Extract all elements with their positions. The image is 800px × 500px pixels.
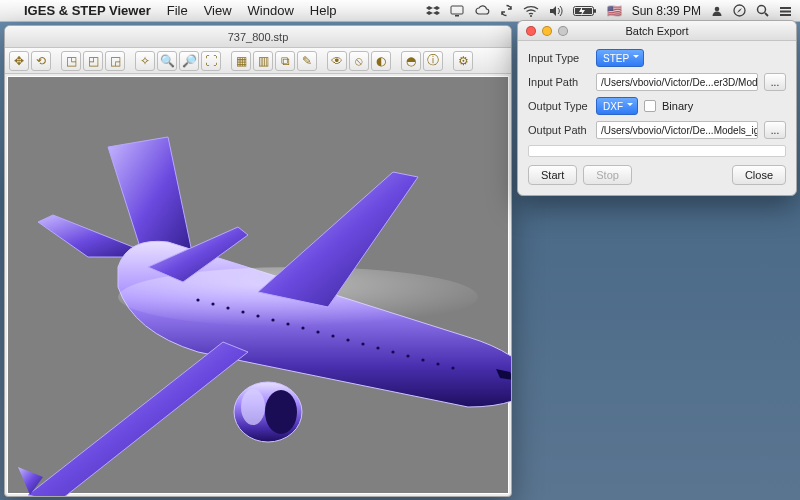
svg-point-18 — [211, 302, 214, 305]
svg-rect-10 — [780, 7, 791, 9]
svg-point-25 — [316, 330, 319, 333]
tool-zoom-window-icon[interactable]: ⛶ — [201, 51, 221, 71]
output-path-field[interactable]: /Users/vbovio/Victor/De...Models_iges_st… — [596, 121, 758, 139]
output-type-select[interactable]: DXF — [596, 97, 638, 115]
model-airplane — [4, 107, 512, 497]
browse-output-button[interactable]: ... — [764, 121, 786, 139]
progress-bar — [528, 145, 786, 157]
svg-rect-1 — [455, 15, 459, 17]
close-button[interactable]: Close — [732, 165, 786, 185]
tool-right-icon[interactable]: ◲ — [105, 51, 125, 71]
output-type-label: Output Type — [528, 100, 590, 112]
svg-point-24 — [301, 326, 304, 329]
svg-point-23 — [286, 322, 289, 325]
svg-point-31 — [406, 354, 409, 357]
tool-palette-icon[interactable]: ◐ — [371, 51, 391, 71]
menu-help[interactable]: Help — [310, 3, 337, 18]
svg-line-9 — [765, 13, 768, 16]
sync-icon[interactable] — [500, 4, 513, 17]
tool-iso-icon[interactable]: ◳ — [61, 51, 81, 71]
svg-rect-0 — [451, 6, 463, 14]
svg-point-33 — [436, 362, 439, 365]
tool-zoom-out-icon[interactable]: 🔎 — [179, 51, 199, 71]
svg-point-26 — [331, 334, 334, 337]
user-icon[interactable] — [711, 5, 723, 17]
battery-icon[interactable] — [573, 5, 597, 17]
spotlight-icon[interactable] — [756, 4, 769, 17]
svg-point-6 — [715, 6, 720, 11]
viewport-3d[interactable] — [7, 76, 509, 494]
wifi-icon[interactable] — [523, 5, 539, 17]
svg-point-30 — [391, 350, 394, 353]
svg-point-2 — [530, 15, 532, 17]
display-icon[interactable] — [450, 5, 464, 17]
menubar-clock[interactable]: Sun 8:39 PM — [632, 4, 701, 18]
app-menu[interactable]: IGES & STEP Viewer — [24, 3, 151, 18]
tool-box-icon[interactable]: ▥ — [253, 51, 273, 71]
viewer-window: 737_800.stp ✥ ⟲ ◳ ◰ ◲ ✧ 🔍 🔎 ⛶ ▦ ▥ ⧉ ✎ 👁 … — [4, 25, 512, 497]
svg-point-27 — [346, 338, 349, 341]
svg-point-32 — [421, 358, 424, 361]
svg-point-19 — [226, 306, 229, 309]
svg-point-28 — [361, 342, 364, 345]
menu-extra-icon[interactable] — [779, 5, 792, 17]
tool-info-icon[interactable]: ⓘ — [423, 51, 443, 71]
menu-file[interactable]: File — [167, 3, 188, 18]
tool-shaded-icon[interactable]: ◓ — [401, 51, 421, 71]
svg-point-16 — [241, 389, 265, 425]
tool-eye-icon[interactable]: 👁 — [327, 51, 347, 71]
svg-rect-4 — [594, 9, 596, 13]
flag-icon[interactable]: 🇺🇸 — [607, 4, 622, 18]
svg-point-17 — [196, 298, 199, 301]
tool-move-icon[interactable]: ✥ — [9, 51, 29, 71]
dropbox-icon[interactable] — [426, 5, 440, 17]
svg-rect-12 — [780, 14, 791, 16]
tool-cube-icon[interactable]: ▦ — [231, 51, 251, 71]
input-type-select[interactable]: STEP — [596, 49, 644, 67]
tool-tag-icon[interactable]: ✎ — [297, 51, 317, 71]
svg-point-22 — [271, 318, 274, 321]
document-title: 737_800.stp — [228, 31, 289, 43]
input-path-label: Input Path — [528, 76, 590, 88]
tool-zoom-in-icon[interactable]: 🔍 — [157, 51, 177, 71]
zoom-window-icon — [558, 26, 568, 36]
binary-label: Binary — [662, 100, 693, 112]
menu-window[interactable]: Window — [248, 3, 294, 18]
batch-export-dialog: Batch Export Input Type STEP Input Path … — [517, 20, 797, 196]
menubar-status-area: 🇺🇸 Sun 8:39 PM — [426, 4, 792, 18]
svg-point-8 — [758, 6, 766, 14]
dialog-title: Batch Export — [626, 25, 689, 37]
volume-icon[interactable] — [549, 5, 563, 17]
viewer-toolbar: ✥ ⟲ ◳ ◰ ◲ ✧ 🔍 🔎 ⛶ ▦ ▥ ⧉ ✎ 👁 ⦸ ◐ ◓ ⓘ ⚙ — [5, 48, 511, 74]
cloud-icon[interactable] — [474, 5, 490, 17]
minimize-window-icon[interactable] — [542, 26, 552, 36]
tool-orbit-icon[interactable]: ⟲ — [31, 51, 51, 71]
stop-button: Stop — [583, 165, 632, 185]
mac-menubar: IGES & STEP Viewer File View Window Help… — [0, 0, 800, 22]
svg-point-29 — [376, 346, 379, 349]
tool-gear-icon[interactable]: ⚙ — [453, 51, 473, 71]
output-path-label: Output Path — [528, 124, 590, 136]
start-button[interactable]: Start — [528, 165, 577, 185]
dialog-titlebar[interactable]: Batch Export — [518, 21, 796, 41]
browse-input-button[interactable]: ... — [764, 73, 786, 91]
safari-icon[interactable] — [733, 4, 746, 17]
input-type-label: Input Type — [528, 52, 590, 64]
svg-rect-11 — [780, 10, 791, 12]
tool-hide-icon[interactable]: ⦸ — [349, 51, 369, 71]
binary-checkbox[interactable] — [644, 100, 656, 112]
tool-front-icon[interactable]: ◰ — [83, 51, 103, 71]
input-path-field[interactable]: /Users/vbovio/Victor/De...er3D/Models_ig… — [596, 73, 758, 91]
menu-view[interactable]: View — [204, 3, 232, 18]
window-controls — [526, 26, 568, 36]
viewer-titlebar[interactable]: 737_800.stp — [5, 26, 511, 48]
tool-fit-icon[interactable]: ✧ — [135, 51, 155, 71]
svg-point-21 — [256, 314, 259, 317]
svg-point-20 — [241, 310, 244, 313]
close-window-icon[interactable] — [526, 26, 536, 36]
svg-point-15 — [265, 390, 297, 434]
svg-point-34 — [451, 366, 454, 369]
tool-measure-icon[interactable]: ⧉ — [275, 51, 295, 71]
